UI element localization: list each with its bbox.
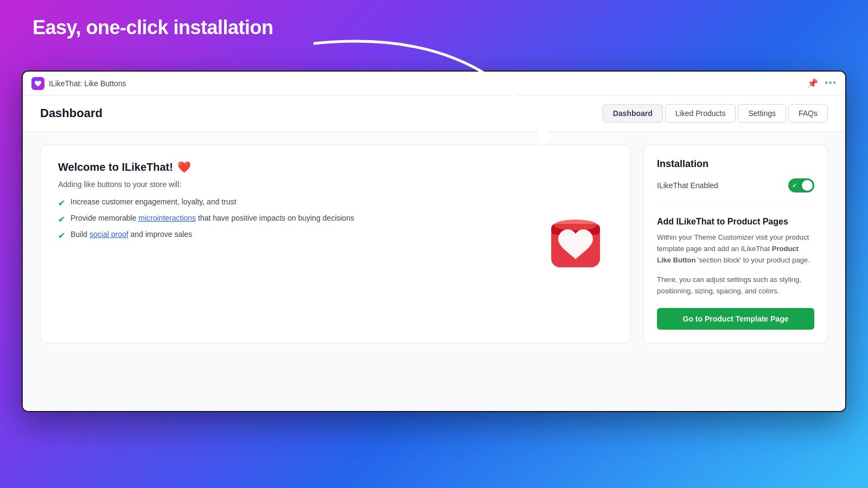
heart-illustration [543,213,608,275]
browser-titlebar: ILikeThat: Like Buttons 📌 ••• [23,72,845,95]
go-to-product-template-button[interactable]: Go to Product Template Page [657,308,814,330]
app-title: ILikeThat: Like Buttons [49,79,126,88]
check-icon-2: ✔ [58,214,65,224]
page-title: Dashboard [40,106,103,120]
feature-text-3: Build social proof and improve sales [71,230,192,239]
toggle-knob [802,180,813,191]
feature-list: ✔ Increase customer engagement, loyalty,… [58,197,612,241]
add-section-desc: Within your Theme Customizer visit your … [657,232,814,266]
nav-tabs: Dashboard Liked Products Settings FAQs [603,104,828,123]
feature-item-3: ✔ Build social proof and improve sales [58,230,612,241]
welcome-card: Welcome to ILikeThat! ❤️ Adding like but… [40,145,630,343]
check-icon-1: ✔ [58,198,65,208]
add-section-desc2: There, you can adjust settings such as s… [657,274,814,297]
tab-faqs[interactable]: FAQs [788,104,828,123]
social-proof-link[interactable]: social proof [90,230,129,239]
page-header: Dashboard Dashboard Liked Products Setti… [23,95,845,132]
tab-liked-products[interactable]: Liked Products [665,104,736,123]
feature-item-2: ✔ Provide memorable microinteractions th… [58,214,612,224]
tab-dashboard[interactable]: Dashboard [603,104,663,123]
microinteractions-link[interactable]: microinteractions [138,214,196,222]
toggle-row: ILikeThat Enabled ✓ [657,178,814,204]
toggle-check-icon: ✓ [792,182,797,189]
feature-text-2: Provide memorable microinteractions that… [71,214,354,222]
titlebar-left: ILikeThat: Like Buttons [31,77,807,90]
content-grid: Welcome to ILikeThat! ❤️ Adding like but… [23,132,845,356]
browser-window: ILikeThat: Like Buttons 📌 ••• Dashboard … [22,70,846,412]
app-icon [31,77,44,90]
toggle-label: ILikeThat Enabled [657,181,718,190]
welcome-subtitle: Adding like buttons to your store will: [58,180,612,189]
svg-point-3 [554,220,597,230]
welcome-title: Welcome to ILikeThat! ❤️ [58,160,612,174]
installation-title: Installation [657,158,814,170]
check-icon-3: ✔ [58,230,65,241]
main-content: Dashboard Dashboard Liked Products Setti… [23,95,845,411]
tab-settings[interactable]: Settings [738,104,786,123]
heart-emoji: ❤️ [177,160,191,174]
titlebar-right: 📌 ••• [807,78,837,89]
installation-card: Installation ILikeThat Enabled ✓ Add ILi… [643,145,828,343]
feature-text-1: Increase customer engagement, loyalty, a… [71,197,237,206]
annotation-label: Easy, one-click installation [33,16,273,39]
toggle-switch[interactable]: ✓ [788,178,814,192]
pin-icon: 📌 [807,78,818,88]
feature-item-1: ✔ Increase customer engagement, loyalty,… [58,197,612,208]
add-section-title: Add ILikeThat to Product Pages [657,217,814,227]
more-options-icon[interactable]: ••• [825,78,837,89]
